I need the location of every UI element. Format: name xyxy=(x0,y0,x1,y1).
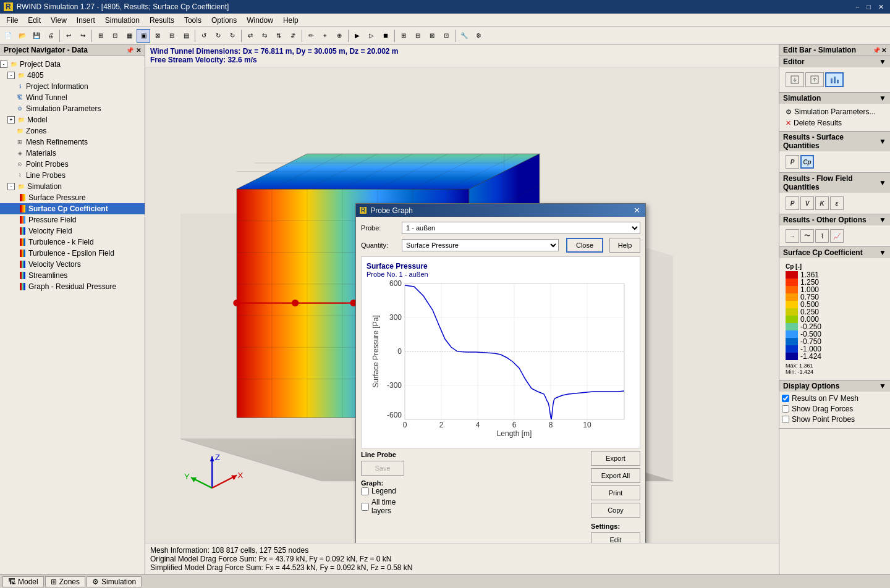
menu-insert[interactable]: Insert xyxy=(72,15,100,26)
copy-btn[interactable]: Copy xyxy=(591,503,640,518)
tree-simulation[interactable]: - 📁 Simulation xyxy=(0,181,145,192)
help-button[interactable]: Help xyxy=(609,238,640,253)
tb-g4[interactable]: ⊡ xyxy=(439,29,453,43)
probe-select[interactable]: 1 - außen xyxy=(402,222,640,234)
tb-f1[interactable]: ▶ xyxy=(350,29,364,43)
editor-btn-2[interactable] xyxy=(805,72,824,87)
4805-expand[interactable]: - xyxy=(7,72,15,79)
menu-file[interactable]: File xyxy=(1,15,23,26)
menu-results[interactable]: Results xyxy=(145,15,179,26)
vectors-btn[interactable]: → xyxy=(786,229,799,243)
show-drag-forces-checkbox[interactable] xyxy=(782,405,789,413)
tb-c3[interactable]: ↻ xyxy=(226,29,239,43)
simulation-tab-btn[interactable]: ⚙ Simulation xyxy=(87,576,142,587)
tb-b3[interactable]: ▦ xyxy=(122,29,136,43)
right-close-icon[interactable]: ✕ xyxy=(881,47,886,54)
tb-e2[interactable]: ⌖ xyxy=(318,29,332,43)
results-fv-mesh-checkbox[interactable] xyxy=(782,395,789,402)
tree-point-probes[interactable]: ⊙ Point Probes xyxy=(0,159,145,170)
model-tab-btn[interactable]: 🏗 Model xyxy=(2,576,44,587)
display-options-expand-icon[interactable]: ▼ xyxy=(879,382,886,390)
tb-redo[interactable]: ↪ xyxy=(76,29,90,43)
menu-window[interactable]: Window xyxy=(242,15,278,26)
tree-model[interactable]: + 📁 Model xyxy=(0,114,145,125)
results-other-expand-icon[interactable]: ▼ xyxy=(879,216,886,224)
close-button[interactable]: Close xyxy=(566,238,603,253)
menu-edit[interactable]: Edit xyxy=(23,15,46,26)
tb-g1[interactable]: ⊞ xyxy=(397,29,410,43)
editor-btn-3[interactable] xyxy=(825,72,844,87)
tb-f2[interactable]: ▷ xyxy=(365,29,378,43)
menu-options[interactable]: Options xyxy=(206,15,242,26)
tree-streamlines[interactable]: Streamlines xyxy=(0,270,145,281)
streamlines-btn[interactable]: 〜 xyxy=(800,229,814,243)
quantity-select[interactable]: Surface Pressure xyxy=(402,239,559,251)
editor-btn-1[interactable] xyxy=(786,72,804,87)
tb-undo[interactable]: ↩ xyxy=(62,29,75,43)
menu-view[interactable]: View xyxy=(46,15,72,26)
close-btn[interactable]: ✕ xyxy=(876,3,886,11)
tb-d1[interactable]: ⇄ xyxy=(244,29,257,43)
model-expand[interactable]: + xyxy=(7,116,15,124)
tb-b2[interactable]: ⊡ xyxy=(108,29,122,43)
tb-b5[interactable]: ⊠ xyxy=(151,29,164,43)
minimize-btn[interactable]: − xyxy=(853,3,862,11)
cp-btn[interactable]: Cp xyxy=(800,155,814,169)
tree-materials[interactable]: ◈ Materials xyxy=(0,148,145,159)
tb-b6[interactable]: ⊟ xyxy=(165,29,179,43)
tb-d3[interactable]: ⇅ xyxy=(272,29,286,43)
all-time-checkbox[interactable] xyxy=(361,503,369,511)
tb-c2[interactable]: ↻ xyxy=(211,29,225,43)
export-btn[interactable]: Export xyxy=(591,451,640,466)
tree-4805[interactable]: - 📁 4805 xyxy=(0,70,145,81)
tb-b1[interactable]: ⊞ xyxy=(94,29,108,43)
tb-d2[interactable]: ⇆ xyxy=(258,29,271,43)
tree-velocity-vectors[interactable]: Velocity Vectors xyxy=(0,259,145,270)
maximize-btn[interactable]: □ xyxy=(864,3,873,11)
menu-tools[interactable]: Tools xyxy=(179,15,206,26)
print-btn[interactable]: Print xyxy=(591,485,640,500)
flow-p-btn[interactable]: P xyxy=(786,196,799,210)
tb-b7[interactable]: ▤ xyxy=(179,29,193,43)
menu-help[interactable]: Help xyxy=(278,15,303,26)
sim-params-btn[interactable]: ⚙ Simulation Parameters... xyxy=(783,106,886,117)
tb-h2[interactable]: ⚙ xyxy=(472,29,485,43)
tb-g3[interactable]: ⊠ xyxy=(425,29,439,43)
flow-v-btn[interactable]: V xyxy=(800,196,814,210)
flow-epsilon-btn[interactable]: ε xyxy=(830,196,844,210)
editor-expand-icon[interactable]: ▼ xyxy=(879,57,886,66)
tree-velocity-field[interactable]: Velocity Field xyxy=(0,225,145,237)
root-expand[interactable]: - xyxy=(0,61,7,68)
tb-c1[interactable]: ↺ xyxy=(197,29,211,43)
tree-turb-k[interactable]: Turbulence - k Field xyxy=(0,237,145,248)
tree-root[interactable]: - 📁 Project Data xyxy=(0,59,145,70)
right-pin-icon[interactable]: 📌 xyxy=(873,47,880,54)
graph-btn[interactable]: 📈 xyxy=(830,229,844,243)
probes-btn[interactable]: ⌇ xyxy=(815,229,829,243)
tb-h1[interactable]: 🔧 xyxy=(457,29,471,43)
zones-tab-btn[interactable]: ⊞ Zones xyxy=(45,576,85,587)
tb-new[interactable]: 📄 xyxy=(1,29,15,43)
viewport-canvas[interactable]: Z Y X R Probe Graph xyxy=(145,67,779,543)
results-surface-expand-icon[interactable]: ▼ xyxy=(879,137,886,146)
tb-e1[interactable]: ✏ xyxy=(304,29,318,43)
tb-print[interactable]: 🖨 xyxy=(44,29,57,43)
tree-surface-cp[interactable]: Surface Cp Coefficient xyxy=(0,203,145,214)
tb-d4[interactable]: ⇵ xyxy=(286,29,300,43)
panel-pin-icon[interactable]: 📌 xyxy=(126,47,134,54)
show-point-probes-checkbox[interactable] xyxy=(782,416,789,423)
delete-results-btn[interactable]: ✕ Delete Results xyxy=(783,117,886,128)
tb-b4[interactable]: ▣ xyxy=(137,29,150,43)
modal-close-btn[interactable]: ✕ xyxy=(632,206,642,215)
sim-expand-icon[interactable]: ▼ xyxy=(879,94,886,103)
tree-wind-tunnel[interactable]: 🏗 Wind Tunnel xyxy=(0,92,145,103)
panel-close-icon[interactable]: ✕ xyxy=(136,47,141,54)
tree-pressure-field[interactable]: Pressure Field xyxy=(0,214,145,225)
tree-mesh[interactable]: ⊞ Mesh Refinements xyxy=(0,136,145,148)
pressure-btn[interactable]: P xyxy=(786,155,799,169)
tree-surface-pressure[interactable]: Surface Pressure xyxy=(0,192,145,203)
flow-k-btn[interactable]: K xyxy=(815,196,829,210)
legend-checkbox[interactable] xyxy=(361,487,369,495)
tree-sim-params[interactable]: ⚙ Simulation Parameters xyxy=(0,103,145,114)
tree-zones[interactable]: 📁 Zones xyxy=(0,125,145,136)
